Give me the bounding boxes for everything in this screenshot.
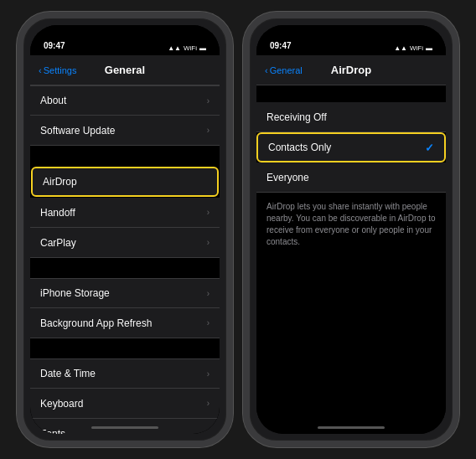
- list-item-keyboard[interactable]: Keyboard ›: [30, 389, 220, 419]
- notch-2: [313, 25, 389, 44]
- group-4: Date & Time › Keyboard › Fonts › Languag…: [30, 358, 220, 434]
- airdrop-item-everyone[interactable]: Everyone: [256, 162, 446, 193]
- settings-list: About › Software Update › AirDrop Ha: [30, 85, 220, 434]
- back-label-1: Settings: [44, 65, 77, 75]
- about-chevron-icon: ›: [207, 96, 210, 106]
- airdrop-settings-list: Receiving Off Contacts Only ✓ Everyone A…: [256, 85, 446, 434]
- software-update-chevron-icon: ›: [207, 126, 210, 135]
- vol-dn-button[interactable]: [17, 136, 18, 159]
- vol-up-button-2[interactable]: [243, 102, 245, 126]
- iphone-storage-chevron-icon: ›: [207, 289, 210, 298]
- mute-button[interactable]: [17, 77, 18, 92]
- handoff-label: Handoff: [40, 207, 207, 219]
- gap-2: [30, 258, 220, 278]
- contacts-only-checkmark-icon: ✓: [425, 142, 434, 154]
- back-button-1[interactable]: ‹ Settings: [39, 65, 76, 75]
- screen-2: 09:47 ▲▲ WiFi ▬ ‹ General AirDrop: [256, 25, 446, 434]
- list-item-airdrop[interactable]: AirDrop: [31, 167, 219, 197]
- home-indicator-1: [91, 426, 158, 429]
- mute-button-2[interactable]: [243, 77, 245, 92]
- power-button-2[interactable]: [458, 111, 459, 144]
- airdrop-item-receiving-off[interactable]: Receiving Off: [256, 102, 446, 132]
- status-time-2: 09:47: [270, 41, 292, 52]
- gap-1: [30, 146, 220, 166]
- home-indicator-2: [318, 426, 385, 429]
- wifi-icon-2: WiFi: [410, 44, 423, 52]
- battery-icon-2: ▬: [426, 44, 432, 52]
- signal-icon: ▲▲: [168, 44, 181, 52]
- everyone-label: Everyone: [266, 172, 436, 183]
- list-item-date-time[interactable]: Date & Time ›: [30, 358, 220, 389]
- carplay-label: CarPlay: [40, 237, 207, 249]
- airdrop-item-contacts-only[interactable]: Contacts Only ✓: [256, 132, 446, 162]
- background-refresh-label: Background App Refresh: [40, 317, 207, 329]
- list-item-handoff[interactable]: Handoff ›: [30, 198, 220, 228]
- phone-1: 09:47 ▲▲ WiFi ▬ ‹ Settings General: [17, 12, 233, 447]
- list-item-carplay[interactable]: CarPlay ›: [30, 228, 220, 258]
- date-time-chevron-icon: ›: [207, 369, 210, 379]
- group-1: About › Software Update ›: [30, 85, 220, 146]
- date-time-label: Date & Time: [40, 368, 207, 379]
- status-time-1: 09:47: [44, 41, 65, 52]
- phone-frame-1: 09:47 ▲▲ WiFi ▬ ‹ Settings General: [17, 12, 233, 447]
- back-chevron-icon: ‹: [39, 65, 42, 75]
- handoff-chevron-icon: ›: [207, 208, 210, 217]
- list-item-software-update[interactable]: Software Update ›: [30, 116, 220, 146]
- battery-icon: ▬: [199, 44, 206, 52]
- keyboard-label: Keyboard: [40, 398, 207, 410]
- fonts-chevron-icon: ›: [207, 429, 210, 434]
- wifi-icon: WiFi: [184, 44, 197, 52]
- screen-1: 09:47 ▲▲ WiFi ▬ ‹ Settings General: [30, 25, 220, 434]
- vol-up-button[interactable]: [17, 102, 18, 126]
- back-label-2: General: [270, 65, 303, 75]
- power-button[interactable]: [231, 111, 233, 144]
- about-label: About: [40, 95, 207, 106]
- airdrop-label: AirDrop: [43, 176, 207, 188]
- back-chevron-icon-2: ‹: [265, 65, 268, 75]
- status-icons-1: ▲▲ WiFi ▬: [168, 44, 206, 52]
- receiving-off-label: Receiving Off: [266, 111, 436, 123]
- phone-2: 09:47 ▲▲ WiFi ▬ ‹ General AirDrop: [243, 12, 459, 447]
- background-refresh-chevron-icon: ›: [207, 318, 210, 327]
- list-item-about[interactable]: About ›: [30, 85, 220, 116]
- carplay-chevron-icon: ›: [207, 238, 210, 247]
- nav-bar-1: ‹ Settings General: [30, 55, 220, 85]
- back-button-2[interactable]: ‹ General: [265, 65, 303, 75]
- software-update-label: Software Update: [40, 125, 207, 137]
- nav-title-2: AirDrop: [331, 64, 371, 76]
- list-item-background-refresh[interactable]: Background App Refresh ›: [30, 308, 220, 338]
- phone-frame-2: 09:47 ▲▲ WiFi ▬ ‹ General AirDrop: [243, 12, 459, 447]
- notch-1: [87, 25, 163, 44]
- airdrop-description: AirDrop lets you share instantly with pe…: [256, 193, 446, 256]
- gap-3: [30, 338, 220, 358]
- iphone-storage-label: iPhone Storage: [40, 287, 207, 299]
- keyboard-chevron-icon: ›: [207, 399, 210, 408]
- signal-icon-2: ▲▲: [394, 44, 407, 52]
- nav-title-1: General: [105, 64, 145, 76]
- list-item-iphone-storage[interactable]: iPhone Storage ›: [30, 278, 220, 308]
- group-2: AirDrop Handoff › CarPlay ›: [30, 167, 220, 258]
- airdrop-gap-top: [256, 85, 446, 102]
- status-icons-2: ▲▲ WiFi ▬: [394, 44, 432, 52]
- vol-dn-button-2[interactable]: [243, 136, 245, 159]
- nav-bar-2: ‹ General AirDrop: [256, 55, 446, 85]
- group-3: iPhone Storage › Background App Refresh …: [30, 278, 220, 338]
- contacts-only-label: Contacts Only: [268, 142, 425, 153]
